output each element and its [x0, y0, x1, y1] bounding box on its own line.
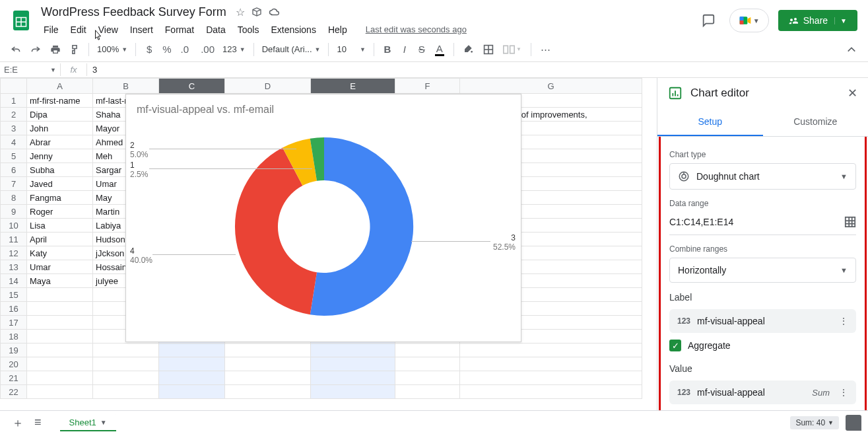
- cell[interactable]: [311, 357, 395, 371]
- row-header[interactable]: 22: [1, 385, 27, 399]
- chart-type-select[interactable]: Doughnut chart▼: [669, 163, 856, 190]
- doc-title[interactable]: WordPress Feedback Survey Form: [38, 4, 229, 20]
- close-sidebar-button[interactable]: ✕: [848, 86, 857, 100]
- menu-edit[interactable]: Edit: [65, 22, 92, 38]
- label-field[interactable]: 123 mf-visual-appeal ⋮: [669, 309, 856, 333]
- menu-file[interactable]: File: [38, 22, 64, 38]
- cell[interactable]: [93, 371, 159, 385]
- star-icon[interactable]: ☆: [236, 6, 245, 18]
- cell[interactable]: Maya: [27, 274, 93, 288]
- row-header[interactable]: 10: [1, 219, 27, 233]
- merge-cells-button[interactable]: ▼: [499, 41, 525, 58]
- cell[interactable]: [27, 288, 93, 302]
- row-header[interactable]: 20: [1, 357, 27, 371]
- row-header[interactable]: 16: [1, 302, 27, 316]
- cell[interactable]: Jenny: [27, 149, 93, 163]
- row-header[interactable]: 19: [1, 344, 27, 357]
- cell[interactable]: Abrar: [27, 135, 93, 149]
- cell[interactable]: [225, 344, 311, 357]
- data-range-field[interactable]: C1:C14,E1:E14: [669, 212, 856, 235]
- col-header-e[interactable]: E: [311, 79, 395, 94]
- cell[interactable]: April: [27, 233, 93, 246]
- tab-setup[interactable]: Setup: [657, 108, 763, 136]
- cell[interactable]: [311, 385, 395, 399]
- quicksum-badge[interactable]: Sum: 40▼: [790, 416, 839, 429]
- cell[interactable]: [311, 344, 395, 357]
- col-header-b[interactable]: B: [93, 79, 159, 94]
- cell[interactable]: [395, 357, 460, 371]
- grid-select-icon[interactable]: [844, 216, 856, 228]
- row-header[interactable]: 11: [1, 233, 27, 246]
- menu-help[interactable]: Help: [323, 22, 352, 38]
- cell[interactable]: [395, 344, 460, 357]
- strike-button[interactable]: S: [414, 41, 430, 58]
- row-header[interactable]: 14: [1, 274, 27, 288]
- cell[interactable]: [27, 316, 93, 330]
- cell[interactable]: Umar: [27, 260, 93, 274]
- more-toolbar-button[interactable]: ⋯: [537, 41, 554, 58]
- cell[interactable]: Katy: [27, 246, 93, 260]
- cell[interactable]: Roger: [27, 205, 93, 219]
- font-family-dropdown[interactable]: Default (Ari...▼: [259, 42, 323, 56]
- move-icon[interactable]: [251, 6, 262, 18]
- row-header[interactable]: 9: [1, 205, 27, 219]
- menu-format[interactable]: Format: [160, 22, 199, 38]
- row-header[interactable]: 21: [1, 371, 27, 385]
- borders-button[interactable]: [479, 41, 498, 58]
- cell[interactable]: [93, 385, 159, 399]
- all-sheets-button[interactable]: ≡: [29, 413, 47, 432]
- row-header[interactable]: 18: [1, 330, 27, 344]
- row-header[interactable]: 4: [1, 135, 27, 149]
- format-percent-button[interactable]: %: [158, 41, 175, 58]
- cell[interactable]: [225, 371, 311, 385]
- meet-button[interactable]: ▼: [729, 9, 769, 32]
- embedded-chart[interactable]: mf-visual-appeal vs. mf-email: [125, 94, 521, 342]
- cell[interactable]: [27, 357, 93, 371]
- cell[interactable]: [159, 371, 225, 385]
- cell[interactable]: Fangma: [27, 191, 93, 205]
- share-button[interactable]: Share ▼: [778, 10, 857, 31]
- row-header[interactable]: 8: [1, 191, 27, 205]
- row-header[interactable]: 15: [1, 288, 27, 302]
- share-caret-icon[interactable]: ▼: [834, 17, 847, 24]
- row-header[interactable]: 2: [1, 108, 27, 122]
- menu-extensions[interactable]: Extensions: [265, 22, 321, 38]
- bold-button[interactable]: B: [380, 41, 395, 58]
- col-header-c[interactable]: C: [159, 79, 225, 94]
- cell[interactable]: [395, 371, 460, 385]
- sheets-app-icon[interactable]: [8, 7, 34, 34]
- explore-button[interactable]: [846, 415, 861, 431]
- cell[interactable]: Javed: [27, 177, 93, 191]
- more-icon[interactable]: ⋮: [839, 387, 848, 398]
- row-header[interactable]: 5: [1, 149, 27, 163]
- more-icon[interactable]: ⋮: [839, 316, 848, 326]
- cell[interactable]: John: [27, 122, 93, 135]
- row-header[interactable]: 6: [1, 163, 27, 177]
- value-field[interactable]: 123 mf-visual-appeal Sum ⋮: [669, 380, 856, 404]
- row-header[interactable]: 17: [1, 316, 27, 330]
- cell[interactable]: Subha: [27, 163, 93, 177]
- fill-color-button[interactable]: [459, 41, 478, 58]
- row-header[interactable]: 13: [1, 260, 27, 274]
- cell[interactable]: [27, 344, 93, 357]
- italic-button[interactable]: I: [397, 41, 413, 58]
- row-header[interactable]: 1: [1, 94, 27, 108]
- cell[interactable]: [460, 385, 642, 399]
- cell[interactable]: [460, 371, 642, 385]
- cell[interactable]: [93, 344, 159, 357]
- last-edit-link[interactable]: Last edit was seconds ago: [366, 24, 467, 34]
- spreadsheet-grid[interactable]: A B C D E F G 1mf-first-namemf-last-name…: [0, 78, 657, 410]
- tab-customize[interactable]: Customize: [763, 108, 869, 136]
- formula-bar[interactable]: 3: [87, 63, 102, 76]
- format-currency-button[interactable]: $: [141, 41, 157, 58]
- increase-decimal-button[interactable]: .00: [197, 41, 218, 58]
- col-header-d[interactable]: D: [225, 79, 311, 94]
- print-button[interactable]: [46, 41, 65, 58]
- add-sheet-button[interactable]: ＋: [7, 412, 29, 433]
- row-header[interactable]: 3: [1, 122, 27, 135]
- cell[interactable]: [27, 385, 93, 399]
- col-header-a[interactable]: A: [27, 79, 93, 94]
- menu-tools[interactable]: Tools: [232, 22, 265, 38]
- collapse-toolbar-button[interactable]: [843, 41, 861, 58]
- cell[interactable]: [27, 371, 93, 385]
